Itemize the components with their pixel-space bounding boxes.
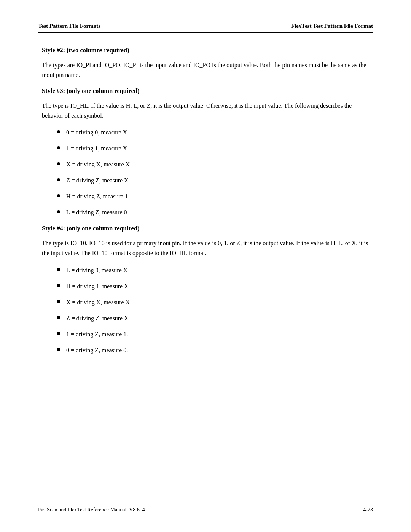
- bullet-text: Z = driving Z, measure X.: [66, 176, 130, 185]
- style3-heading: Style #3: (only one column required): [42, 87, 369, 95]
- bullet-icon: [57, 348, 60, 351]
- bullet-text: 1 = driving Z, measure 1.: [66, 330, 128, 339]
- list-item: Z = driving Z, measure X.: [42, 176, 369, 185]
- style3-bullet-list: 0 = driving 0, measure X. 1 = driving 1,…: [42, 128, 369, 217]
- bullet-text: 0 = driving Z, measure 0.: [66, 346, 128, 355]
- bullet-icon: [57, 268, 60, 271]
- style4-heading: Style #4: (only one column required): [42, 225, 369, 232]
- bullet-icon: [57, 162, 60, 165]
- header-right: FlexTest Test Pattern File Format: [291, 23, 373, 29]
- list-item: 1 = driving Z, measure 1.: [42, 330, 369, 339]
- footer-right: 4-23: [363, 507, 373, 513]
- bullet-icon: [57, 332, 60, 335]
- style4-section: Style #4: (only one column required) The…: [42, 225, 369, 355]
- list-item: H = driving Z, measure 1.: [42, 192, 369, 201]
- page-footer: FastScan and FlexTest Reference Manual, …: [38, 507, 373, 513]
- bullet-icon: [57, 130, 60, 133]
- bullet-text: H = driving Z, measure 1.: [66, 192, 129, 201]
- list-item: L = driving 0, measure X.: [42, 266, 369, 275]
- list-item: 1 = driving 1, measure X.: [42, 144, 369, 153]
- bullet-text: L = driving Z, measure 0.: [66, 208, 129, 217]
- list-item: H = driving 1, measure X.: [42, 282, 369, 291]
- style3-section: Style #3: (only one column required) The…: [42, 87, 369, 217]
- page: Test Pattern File Formats FlexTest Test …: [0, 0, 411, 532]
- list-item: X = driving X, measure X.: [42, 160, 369, 169]
- bullet-icon: [57, 178, 60, 181]
- list-item: 0 = driving 0, measure X.: [42, 128, 369, 137]
- page-header: Test Pattern File Formats FlexTest Test …: [38, 23, 373, 33]
- bullet-icon: [57, 284, 60, 287]
- bullet-icon: [57, 316, 60, 319]
- list-item: X = driving X, measure X.: [42, 298, 369, 307]
- bullet-text: Z = driving Z, measure X.: [66, 314, 130, 323]
- style4-paragraph: The type is IO_10. IO_10 is used for a p…: [42, 238, 369, 258]
- style2-heading: Style #2: (two columns required): [42, 46, 369, 54]
- list-item: L = driving Z, measure 0.: [42, 208, 369, 217]
- list-item: 0 = driving Z, measure 0.: [42, 346, 369, 355]
- bullet-text: 1 = driving 1, measure X.: [66, 144, 129, 153]
- bullet-icon: [57, 300, 60, 303]
- bullet-text: 0 = driving 0, measure X.: [66, 128, 129, 137]
- bullet-text: L = driving 0, measure X.: [66, 266, 129, 275]
- footer-left: FastScan and FlexTest Reference Manual, …: [38, 507, 145, 513]
- bullet-text: H = driving 1, measure X.: [66, 282, 130, 291]
- list-item: Z = driving Z, measure X.: [42, 314, 369, 323]
- bullet-icon: [57, 146, 60, 149]
- bullet-icon: [57, 194, 60, 197]
- style3-paragraph: The type is IO_HL. If the value is H, L,…: [42, 101, 369, 120]
- bullet-text: X = driving X, measure X.: [66, 298, 131, 307]
- style2-paragraph: The types are IO_PI and IO_PO. IO_PI is …: [42, 60, 369, 80]
- style2-section: Style #2: (two columns required) The typ…: [42, 46, 369, 80]
- bullet-icon: [57, 210, 60, 213]
- style4-bullet-list: L = driving 0, measure X. H = driving 1,…: [42, 266, 369, 355]
- bullet-text: X = driving X, measure X.: [66, 160, 131, 169]
- header-left: Test Pattern File Formats: [38, 23, 100, 29]
- main-content: Style #2: (two columns required) The typ…: [38, 46, 373, 355]
